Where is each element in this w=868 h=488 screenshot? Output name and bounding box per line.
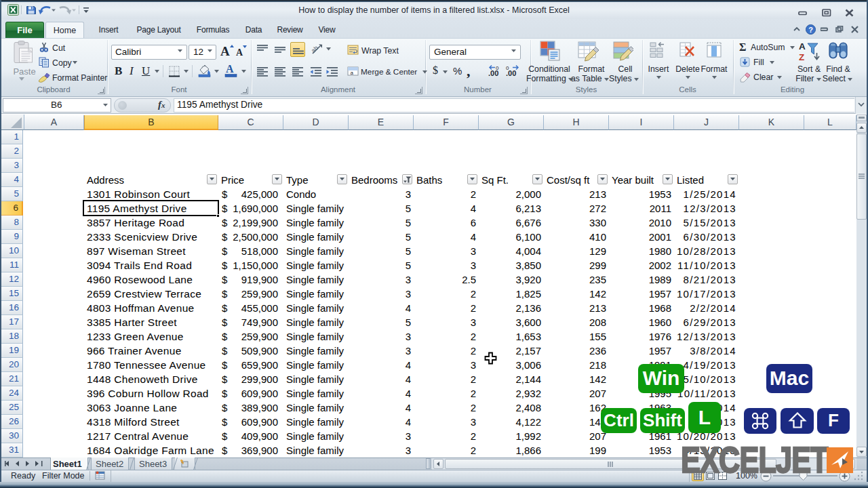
svg-text:Z: Z — [799, 52, 804, 62]
svg-text:A: A — [226, 63, 234, 75]
svg-text:A: A — [799, 41, 806, 52]
svg-text:A: A — [236, 47, 243, 58]
svg-text:?: ? — [808, 26, 813, 34]
svg-text:ab: ab — [311, 45, 319, 54]
svg-text:a: a — [351, 70, 354, 76]
svg-text:A: A — [220, 44, 230, 58]
svg-text:.00: .00 — [488, 69, 498, 77]
svg-text:.00: .00 — [506, 69, 516, 77]
